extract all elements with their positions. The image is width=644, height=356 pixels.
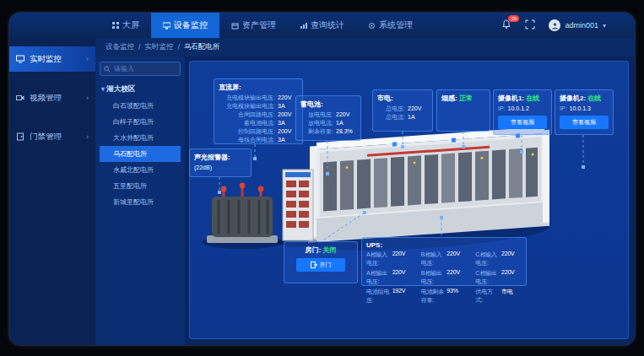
transformer [202, 183, 283, 249]
tree-item-station[interactable]: 新城里配电所 [100, 194, 181, 210]
breadcrumb: 设备监控 / 实时监控 / 乌石配电所 [95, 38, 635, 57]
asset-box-icon [231, 22, 239, 30]
nav-tab-dashboard[interactable]: 大屏 [100, 13, 151, 38]
panel-title: UPS: [366, 241, 522, 249]
panel-title: 直流屏: [219, 83, 298, 92]
sound-light-alarm-panel: 声光报警器: (22dB) [189, 148, 252, 177]
panel-title: 烟感: 正常 [441, 94, 485, 103]
notification-badge: 29 [508, 15, 519, 22]
realtime-monitor-icon [16, 55, 24, 63]
camera2-panel: 摄像机2: 在线 IP:10.0.1.3 查看视频 [555, 89, 614, 135]
nav-tab-device-monitoring[interactable]: 设备监控 [151, 13, 219, 38]
username: admin001 [565, 21, 598, 30]
field-label: 放电电流: [308, 119, 333, 127]
door-lock-icon [16, 132, 24, 141]
nav-tab-assets[interactable]: 资产管理 [219, 13, 288, 38]
door-status: 关闭 [322, 246, 336, 254]
tree-root-node[interactable]: ▾ 湖大校区 [101, 84, 181, 94]
sidebar-item-video-management[interactable]: 视频管理 › [9, 85, 95, 111]
tree-item-station[interactable]: 五里配电所 [100, 178, 181, 194]
panel-title: 市电: [377, 94, 428, 103]
breadcrumb-item[interactable]: 实时监控 [144, 42, 173, 52]
nav-tab-statistics[interactable]: 查询统计 [288, 13, 356, 38]
chevron-right-icon: › [86, 94, 89, 102]
view-video-button[interactable]: 查看视频 [498, 116, 547, 129]
chevron-down-icon: ▾ [603, 22, 606, 30]
field-label: 母线合闸电流: [238, 136, 275, 144]
chevron-right-icon: › [86, 132, 89, 141]
camera1-panel: 摄像机1: 在线 IP:10.0.1.2 查看视频 [493, 89, 552, 135]
sidebar-item-label: 视频管理 [30, 93, 62, 104]
field-label: B相输出电压: [421, 269, 445, 286]
field-label: A相输出电压: [366, 269, 390, 286]
tree-item-station-active[interactable]: 乌石配电所 [100, 146, 181, 162]
alarm-value: (22dB) [194, 164, 214, 172]
field-label: 放电电压: [308, 111, 333, 119]
field-value: 220V [446, 251, 467, 267]
breadcrumb-item[interactable]: 设备监控 [106, 42, 134, 52]
door-panel: 房门: 关闭 开门 [284, 241, 358, 283]
nav-tab-label: 资产管理 [242, 19, 276, 31]
search-icon [104, 66, 111, 73]
panel-title: 声光报警器: [194, 153, 246, 162]
user-avatar [549, 19, 560, 31]
panel-title: 摄像机2: 在线 [560, 94, 609, 103]
user-menu[interactable]: admin001 ▾ [549, 19, 606, 31]
sidebar-item-access-control[interactable]: 门禁管理 › [9, 124, 95, 149]
field-value: 220V [446, 269, 467, 286]
status-badge: 在线 [526, 94, 539, 102]
field-value: 192V [392, 288, 413, 305]
field-value: 1A [408, 113, 428, 121]
tree-root-label: 湖大校区 [106, 84, 135, 93]
field-value: 220V [408, 105, 428, 113]
tree-item-station[interactable]: 永威北配电所 [100, 162, 181, 178]
field-label: C相输出电压: [475, 269, 499, 286]
main-nav: 大屏 设备监控 资产管理 查询统计 系统管理 [100, 13, 425, 38]
tree-item-station[interactable]: 白样子配电所 [100, 114, 181, 130]
screen: 大屏 设备监控 资产管理 查询统计 系统管理 29 [0, 0, 644, 356]
field-value: 220V [392, 251, 413, 267]
camera-ip: 10.0.1.2 [508, 105, 529, 113]
field-label: 蓄电池电流: [244, 119, 275, 127]
station-tree-panel: ▾ 湖大校区 白石坡配电所 白样子配电所 大水井配电所 乌石配电所 永威北配电所… [95, 57, 185, 345]
field-label: A相输入电压: [366, 251, 390, 267]
panel-title: 房门: 关闭 [289, 245, 353, 255]
gear-icon [368, 22, 376, 30]
sidebar-item-label: 门禁管理 [30, 132, 62, 143]
camera-ip: 10.0.1.3 [570, 105, 591, 113]
header-actions: 29 admin001 ▾ [501, 13, 606, 38]
open-door-button[interactable]: 开门 [296, 258, 345, 272]
door-open-icon [311, 262, 317, 268]
tree-item-station[interactable]: 大水井配电所 [100, 130, 181, 146]
tree-search-input[interactable] [114, 65, 176, 73]
field-value: 28.3% [336, 127, 356, 136]
field-label: 供电方式: [475, 288, 499, 305]
nav-tab-label: 设备监控 [174, 19, 208, 31]
panel-title: 摄像机1: 在线 [498, 94, 547, 103]
field-value: 220V [501, 251, 522, 267]
dc-screen-panel: 直流屏: 充电模块输出电压:220V 充电模块输出电流:3A 合闸回路电压:20… [214, 78, 303, 144]
panel-title: 蓄电池: [300, 100, 356, 109]
fullscreen-icon[interactable] [525, 19, 537, 31]
notification-bell-icon[interactable]: 29 [501, 19, 513, 31]
chevron-right-icon: › [86, 55, 89, 63]
breadcrumb-current: 乌石配电所 [184, 42, 220, 52]
field-label: 总电压: [386, 105, 405, 113]
breadcrumb-separator: / [177, 43, 179, 51]
left-sidebar: 实时监控 › 视频管理 › 门禁管理 › [9, 38, 95, 345]
field-value: 93% [446, 288, 467, 305]
tree-item-station[interactable]: 白石坡配电所 [100, 98, 181, 114]
stats-chart-icon [300, 22, 307, 30]
battery-cabinet [278, 170, 318, 247]
sidebar-item-realtime-monitoring[interactable]: 实时监控 › [9, 46, 95, 72]
field-label: 电池剩余容量: [421, 288, 445, 305]
transformer-bushings [221, 183, 264, 197]
field-label: IP: [498, 105, 506, 113]
view-video-button[interactable]: 查看视频 [560, 116, 609, 129]
field-label: B相输入电压: [421, 251, 445, 267]
field-label: C相输入电压: [475, 251, 499, 267]
monitor-icon [163, 22, 170, 30]
nav-tab-system[interactable]: 系统管理 [356, 13, 425, 38]
field-value: 220V [392, 269, 413, 286]
field-value: 1A [336, 119, 356, 127]
